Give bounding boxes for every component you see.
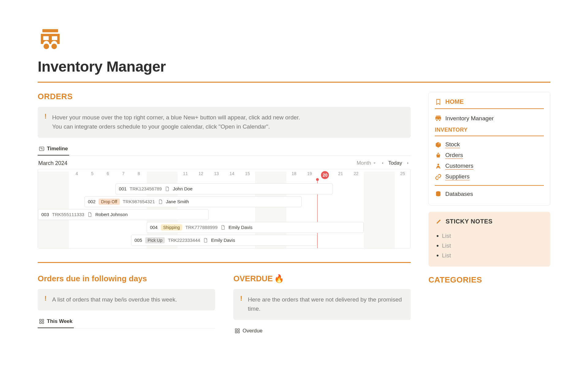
timeline-day: 13 bbox=[209, 171, 224, 179]
sticky-item[interactable]: List bbox=[442, 241, 543, 251]
page-icon-truck bbox=[38, 28, 63, 53]
timeline-day: 4 bbox=[69, 171, 85, 179]
customer-name: John Doe bbox=[173, 186, 192, 191]
truck-icon bbox=[435, 115, 442, 122]
tracking-number: TRK777888999 bbox=[185, 225, 217, 230]
title-divider bbox=[38, 82, 550, 83]
tab-label: Overdue bbox=[243, 328, 262, 334]
timeline-grid[interactable]: 2345678910111213141516171819202122232425… bbox=[38, 169, 411, 249]
svg-rect-12 bbox=[235, 331, 237, 333]
timeline-day: 22 bbox=[348, 171, 364, 179]
timeline-day: 25 bbox=[395, 171, 410, 179]
overdue-heading: OVERDUE🔥 bbox=[233, 274, 411, 283]
nav-suppliers[interactable]: Suppliers bbox=[435, 171, 544, 182]
svg-point-17 bbox=[437, 163, 439, 165]
document-icon bbox=[87, 212, 92, 217]
timeline-day: 8 bbox=[131, 171, 147, 179]
document-icon bbox=[221, 225, 225, 230]
board-icon bbox=[39, 319, 44, 324]
timeline-bar[interactable]: 002Drop OffTRK987654321Jane Smith bbox=[85, 196, 302, 207]
tab-overdue[interactable]: Overdue bbox=[233, 325, 264, 338]
bookmark-icon bbox=[435, 99, 442, 105]
customer-name: Jane Smith bbox=[166, 199, 189, 204]
orders-callout: ! Hover your mouse over the top right co… bbox=[38, 107, 411, 138]
document-icon bbox=[203, 238, 208, 243]
order-id: 005 bbox=[134, 238, 142, 243]
tab-timeline[interactable]: Timeline bbox=[38, 143, 69, 155]
timeline-bar[interactable]: 003TRK555111333Robert Johnson bbox=[38, 209, 209, 220]
nav-orders[interactable]: Orders bbox=[435, 150, 544, 161]
tab-this-week[interactable]: This Week bbox=[38, 316, 74, 328]
svg-rect-7 bbox=[42, 319, 44, 321]
board-icon bbox=[235, 328, 240, 334]
today-button[interactable]: Today bbox=[388, 160, 402, 166]
view-label: Month bbox=[356, 160, 371, 166]
tab-label: Timeline bbox=[47, 146, 68, 152]
timeline-month: March 2024 bbox=[38, 160, 67, 167]
document-icon bbox=[165, 186, 170, 191]
timeline-day: 6 bbox=[100, 171, 116, 179]
timeline-bar[interactable]: 005Pick UpTRK222333444Emily Davis bbox=[131, 235, 317, 246]
timeline-bar[interactable]: 004ShippingTRK777888999Emily Davis bbox=[147, 222, 364, 233]
due-heading: Orders due in following days bbox=[38, 274, 215, 283]
svg-rect-10 bbox=[235, 329, 237, 330]
exclaim-icon: ! bbox=[240, 295, 242, 314]
sticky-heading: STICKY NOTES bbox=[446, 218, 492, 225]
timeline-day: 20 bbox=[317, 171, 333, 179]
timeline-tabs: Timeline bbox=[38, 143, 411, 156]
svg-point-16 bbox=[439, 119, 440, 121]
due-callout: ! A list of orders that may be/is overdu… bbox=[38, 289, 215, 310]
nav-databases[interactable]: Databases bbox=[435, 189, 544, 199]
inventory-heading: INVENTORY bbox=[435, 127, 544, 133]
section-divider bbox=[38, 262, 411, 263]
callout-text: A list of orders that may be/is overdue … bbox=[52, 295, 177, 304]
callout-text: Here are the orders that were not delive… bbox=[248, 295, 404, 314]
order-tag: Drop Off bbox=[99, 199, 120, 205]
document-icon bbox=[158, 199, 163, 204]
sticky-item[interactable]: List bbox=[442, 231, 543, 241]
svg-point-1 bbox=[43, 44, 49, 49]
timeline-day: 18 bbox=[286, 171, 302, 179]
order-id: 002 bbox=[88, 199, 96, 204]
link-icon bbox=[435, 174, 442, 180]
svg-rect-13 bbox=[238, 331, 239, 333]
timeline-view-select[interactable]: Month bbox=[356, 160, 376, 166]
timeline-day: 15 bbox=[240, 171, 255, 179]
exclaim-icon: ! bbox=[44, 295, 47, 304]
highlighter-icon bbox=[436, 219, 442, 225]
timeline-bar[interactable]: 001TRK123456789John Doe bbox=[115, 183, 333, 194]
svg-rect-6 bbox=[40, 319, 41, 321]
callout-line: Hover your mouse over the top right corn… bbox=[52, 113, 300, 122]
order-tag: Pick Up bbox=[145, 237, 165, 243]
orders-heading: ORDERS bbox=[38, 92, 411, 101]
nav-inventory-manager[interactable]: Inventory Manager bbox=[435, 113, 544, 124]
categories-heading: CATEGORIES bbox=[428, 275, 550, 285]
tracking-number: TRK987654321 bbox=[123, 199, 155, 204]
chevron-down-icon bbox=[372, 161, 377, 165]
nav-card: HOME Inventory Manager INVENTORY Stock O… bbox=[428, 92, 550, 206]
box-icon bbox=[435, 141, 442, 148]
home-heading: HOME bbox=[445, 98, 464, 105]
tracking-number: TRK123456789 bbox=[130, 186, 162, 191]
exclaim-icon: ! bbox=[44, 113, 47, 132]
sticky-item[interactable]: List bbox=[442, 251, 543, 260]
nav-customers[interactable]: Customers bbox=[435, 161, 544, 171]
fire-icon: 🔥 bbox=[274, 274, 284, 283]
timeline-day: 5 bbox=[85, 171, 100, 179]
svg-point-15 bbox=[436, 119, 438, 121]
basket-icon bbox=[435, 152, 442, 159]
callout-line: You can integrate orders schedule to you… bbox=[52, 122, 300, 131]
svg-rect-14 bbox=[436, 116, 441, 117]
nav-stock[interactable]: Stock bbox=[435, 139, 544, 150]
timeline-day: 21 bbox=[333, 171, 349, 179]
tracking-number: TRK555111333 bbox=[52, 212, 84, 217]
order-tag: Shipping bbox=[161, 224, 183, 230]
prev-button[interactable] bbox=[380, 161, 385, 165]
svg-rect-3 bbox=[40, 147, 44, 151]
next-button[interactable] bbox=[406, 161, 410, 165]
tracking-number: TRK222333444 bbox=[168, 238, 200, 243]
timeline-day: 12 bbox=[193, 171, 209, 179]
sticky-notes-card: STICKY NOTES ListListList bbox=[428, 212, 550, 267]
svg-rect-11 bbox=[238, 329, 239, 330]
order-id: 004 bbox=[150, 225, 158, 230]
